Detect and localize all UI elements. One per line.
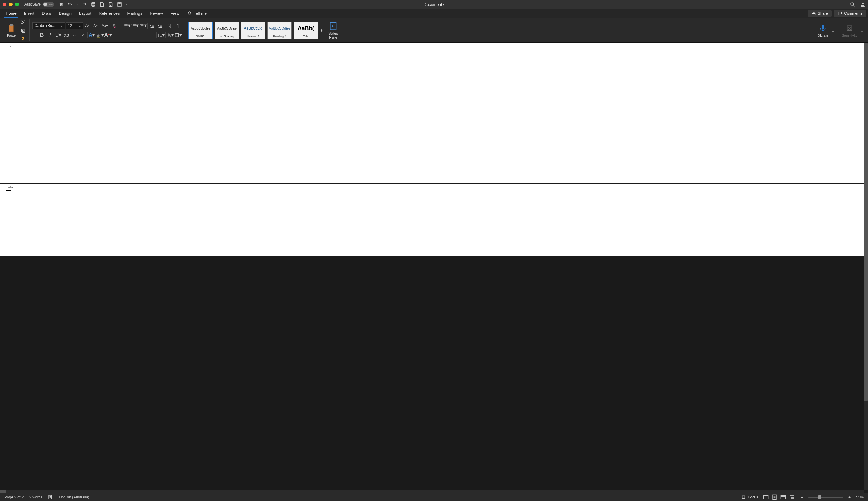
- shading-button[interactable]: ▾: [166, 31, 174, 39]
- tab-layout[interactable]: Layout: [75, 9, 95, 18]
- focus-mode-button[interactable]: Focus: [741, 494, 758, 500]
- sort-button[interactable]: AZ: [166, 22, 173, 30]
- tab-view[interactable]: View: [167, 9, 183, 18]
- italic-button[interactable]: I: [46, 31, 54, 39]
- font-size-combo[interactable]: 12: [66, 22, 83, 29]
- new-file-icon[interactable]: [99, 2, 105, 7]
- print-icon[interactable]: [90, 2, 96, 7]
- style-no-spacing[interactable]: AaBbCcDdEe No Spacing: [215, 22, 239, 39]
- language-indicator[interactable]: English (Australia): [59, 495, 89, 499]
- dictate-button[interactable]: Dictate: [816, 22, 830, 39]
- grow-font-button[interactable]: A▲: [84, 22, 91, 30]
- horizontal-scroll-thumb[interactable]: [0, 490, 6, 493]
- horizontal-scrollbar[interactable]: [0, 490, 864, 493]
- tab-design[interactable]: Design: [55, 9, 75, 18]
- share-button[interactable]: Share: [808, 10, 832, 17]
- paste-button[interactable]: Paste: [4, 22, 18, 39]
- page-1-content[interactable]: HELLO: [6, 45, 13, 47]
- outline-button[interactable]: [789, 495, 795, 500]
- zoom-value[interactable]: 55%: [856, 495, 864, 499]
- page-2-content[interactable]: HELLO: [6, 186, 13, 188]
- multilevel-list-button[interactable]: ▾: [139, 22, 147, 30]
- undo-icon[interactable]: [67, 2, 73, 7]
- font-color-button[interactable]: A▾: [105, 31, 112, 39]
- open-file-icon[interactable]: [108, 2, 113, 7]
- zoom-slider[interactable]: [809, 497, 843, 498]
- read-mode-button[interactable]: [762, 495, 769, 500]
- sensitivity-dropdown[interactable]: [860, 29, 864, 32]
- highlight-button[interactable]: ▾: [96, 31, 104, 39]
- style-heading-2[interactable]: AaBbCcDdEe Heading 2: [267, 22, 292, 39]
- comments-button[interactable]: Comments: [834, 10, 866, 17]
- style-normal[interactable]: AaBbCcDdEe Normal: [188, 22, 213, 39]
- justify-button[interactable]: [148, 31, 156, 39]
- change-case-button[interactable]: Aa▾: [101, 22, 109, 30]
- redo-icon[interactable]: [81, 2, 87, 7]
- clear-formatting-button[interactable]: [110, 22, 118, 30]
- dictate-dropdown[interactable]: [831, 29, 834, 32]
- home-icon[interactable]: [58, 2, 64, 7]
- subscript-button[interactable]: x₂: [71, 31, 78, 39]
- align-left-button[interactable]: [124, 31, 131, 39]
- sensitivity-button[interactable]: Sensitivity: [840, 22, 859, 39]
- window-maximize-button[interactable]: [15, 2, 19, 6]
- increase-indent-button[interactable]: [156, 22, 164, 30]
- vertical-scrollbar[interactable]: [864, 43, 868, 490]
- tab-insert[interactable]: Insert: [20, 9, 38, 18]
- tab-references[interactable]: References: [95, 9, 123, 18]
- align-right-button[interactable]: [140, 31, 147, 39]
- account-icon[interactable]: [860, 2, 866, 7]
- underline-button[interactable]: U▾: [55, 31, 62, 39]
- group-clipboard: Paste: [2, 20, 30, 41]
- styles-pane-button[interactable]: A Styles Pane: [326, 20, 340, 40]
- font-name-combo[interactable]: Calibri (Bo...: [32, 22, 65, 29]
- tab-mailings[interactable]: Mailings: [124, 9, 146, 18]
- style-heading-1[interactable]: AaBbCcDd Heading 1: [241, 22, 265, 39]
- tab-home[interactable]: Home: [2, 9, 20, 18]
- styles-more-button[interactable]: [320, 22, 325, 39]
- style-title[interactable]: AaBb( Title: [294, 22, 318, 39]
- window-close-button[interactable]: [2, 2, 6, 6]
- copy-button[interactable]: [20, 27, 27, 34]
- svg-rect-16: [125, 24, 128, 24]
- qat-customize-icon[interactable]: [125, 3, 128, 6]
- page-indicator[interactable]: Page 2 of 2: [4, 495, 23, 499]
- style-preview: AaBbCcDdEe: [217, 22, 237, 35]
- borders-button[interactable]: ▾: [174, 31, 182, 39]
- show-marks-button[interactable]: ¶: [175, 22, 182, 30]
- decrease-indent-button[interactable]: [149, 22, 156, 30]
- page-1[interactable]: HELLO: [0, 43, 864, 183]
- window-minimize-button[interactable]: [9, 2, 13, 6]
- numbering-button[interactable]: 123▾: [131, 22, 139, 30]
- zoom-out-button[interactable]: −: [800, 495, 804, 499]
- print-layout-button[interactable]: [771, 495, 778, 500]
- align-center-button[interactable]: [132, 31, 139, 39]
- text-effects-button[interactable]: A▾: [88, 31, 96, 39]
- bold-button[interactable]: B: [38, 31, 46, 39]
- save-icon[interactable]: [117, 2, 122, 7]
- tab-draw[interactable]: Draw: [38, 9, 55, 18]
- strikethrough-button[interactable]: ab: [63, 31, 70, 39]
- cut-button[interactable]: [20, 19, 27, 26]
- shrink-font-button[interactable]: A▼: [92, 22, 99, 30]
- bullets-button[interactable]: ▾: [123, 22, 131, 30]
- autosave-toggle[interactable]: OFF: [43, 2, 54, 7]
- search-icon[interactable]: [850, 2, 855, 7]
- tab-review[interactable]: Review: [146, 9, 167, 18]
- page-2[interactable]: HELLO: [0, 184, 864, 256]
- zoom-in-button[interactable]: +: [847, 495, 852, 499]
- line-spacing-button[interactable]: ▾: [157, 31, 165, 39]
- undo-dropdown-icon[interactable]: [76, 3, 78, 6]
- superscript-button[interactable]: x²: [79, 31, 87, 39]
- format-painter-button[interactable]: [20, 35, 27, 42]
- spell-check-button[interactable]: [48, 495, 53, 500]
- vertical-scroll-thumb[interactable]: [864, 43, 868, 401]
- text-cursor: [6, 190, 11, 191]
- svg-text:3: 3: [131, 26, 132, 28]
- align-right-icon: [141, 33, 146, 38]
- document-area[interactable]: HELLO HELLO: [0, 43, 864, 493]
- web-layout-button[interactable]: [780, 495, 787, 500]
- tell-me-search[interactable]: Tell me: [187, 9, 207, 18]
- word-count[interactable]: 2 words: [29, 495, 42, 499]
- zoom-slider-thumb[interactable]: [818, 495, 821, 499]
